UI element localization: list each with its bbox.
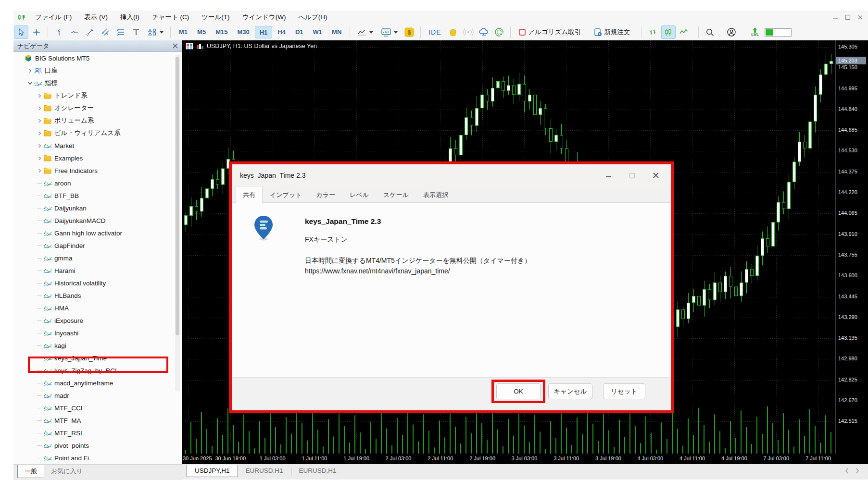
cancel-button[interactable]: キャンセル [548,383,592,399]
ok-button[interactable]: OK [496,383,541,399]
dialog-tab-2[interactable]: カラー [309,187,343,203]
dialog-tab-0[interactable]: 共有 [236,186,263,203]
price-axis[interactable]: 145.305145.150144.995144.840144.685144.5… [835,40,868,454]
dialog-tab-3[interactable]: レベル [342,187,376,203]
expander-right-icon[interactable] [36,169,43,173]
channel-tool-button[interactable] [98,25,113,39]
expander-right-icon[interactable] [36,106,43,111]
tree-item--[interactable]: ビル・ウィリアムス系 [13,127,182,139]
tree-item-mtf-cci[interactable]: MTF_CCI [13,402,182,414]
time-axis[interactable]: 30 Jun 202530 Jun 19:001 Jul 03:001 Jul … [182,454,835,464]
expander-right-icon[interactable] [36,144,43,148]
dialog-close-button[interactable] [653,172,659,179]
window-close-button[interactable] [857,14,863,20]
tree-item-examples[interactable]: Examples [13,152,182,164]
tree-item--[interactable]: トレンド系 [13,89,182,102]
dialog-maximize-button[interactable] [629,172,635,179]
expander-right-icon[interactable] [36,94,43,98]
tree-item-pivot-points[interactable]: pivot_points [13,439,182,452]
shapes-tool-button[interactable] [144,25,166,39]
menu-item-5[interactable]: ウインドウ(W) [236,11,292,24]
dialog-minimize-button[interactable] [605,172,612,179]
tree-item-keys-zigzag-by-rci[interactable]: keys_ZigZag_by_RCI [13,364,182,377]
horizontal-line-tool-button[interactable] [67,25,82,39]
window-minimize-button[interactable] [832,14,838,20]
timeframe-m1-button[interactable]: M1 [175,26,192,37]
timeframe-m5-button[interactable]: M5 [193,26,210,37]
navigator-tab-0[interactable]: 一般 [17,465,44,478]
tree-item--[interactable]: オシレーター [13,102,182,114]
chart-tab-1[interactable]: EURUSD,H1 [238,465,291,477]
tree-item-free-indicators[interactable]: Free Indicators [13,164,182,177]
vertical-line-tool-button[interactable] [52,25,66,39]
tree-item-keys-japan-time[interactable]: keys_Japan_Time [13,352,182,364]
navigator-tab-1[interactable]: お気に入り [44,465,89,478]
tree-item-kagi[interactable]: kagi [13,339,182,352]
depth-of-market-icon[interactable] [186,43,193,49]
expander-right-icon[interactable] [26,69,34,73]
timeframe-mn-button[interactable]: MN [327,26,346,37]
dialog-tab-5[interactable]: 表示選択 [416,187,455,203]
cursor-tool-button[interactable] [14,25,28,39]
menu-item-0[interactable]: ファイル (F) [29,11,78,24]
tree-item-gann-high-low-activator[interactable]: Gann high low activator [13,227,182,239]
menu-item-6[interactable]: ヘルプ(H) [292,11,333,24]
reset-button[interactable]: リセット [603,383,645,399]
deposit-button[interactable]: $ [402,25,416,39]
tree-item-daijyunkan[interactable]: Daijyunkan [13,202,182,214]
dialog-tab-1[interactable]: インプット [263,187,309,203]
dialog-titlebar[interactable]: keys_Japan_Time 2.3 [232,164,671,186]
expander-right-icon[interactable] [36,119,43,123]
timeframe-m15-button[interactable]: M15 [211,26,232,37]
tree-item-gapfinder[interactable]: GapFinder [13,239,182,252]
tree-item--[interactable]: ボリューム系 [13,114,182,127]
algo-trading-button[interactable]: アルゴリズム取引 [515,25,588,39]
tree-item-mtf-rsi[interactable]: MTF_RSI [13,427,182,439]
trendline-tool-button[interactable] [83,25,97,39]
cloud-icon[interactable] [477,25,491,39]
tree-item-point-and-fi[interactable]: Point and Fi [13,452,182,464]
tree-item-mtf-ma[interactable]: MTF_MA [13,414,182,427]
menu-item-1[interactable]: 表示 (V) [78,11,114,24]
chart-tab-0[interactable]: USDJPY,H1 [187,465,238,477]
indicators-button[interactable] [377,25,401,39]
crosshair-tool-button[interactable] [29,25,44,39]
menu-item-3[interactable]: チャート (C) [146,11,195,24]
tree-item-hlbands[interactable]: HLBands [13,289,182,302]
dialog-tab-4[interactable]: スケール [376,187,416,203]
chart-type-button[interactable] [354,25,376,39]
bar-chart-mode-button[interactable] [646,25,660,39]
community-icon[interactable] [492,25,506,39]
tree-item-market[interactable]: Market [13,139,182,152]
tree-item-inyoashi[interactable]: Inyoashi [13,327,182,339]
chart-tab-scroll-arrows[interactable] [845,468,859,474]
tree-item-iexposure[interactable]: iExposure [13,314,182,327]
tree-item-madr[interactable]: madr [13,389,182,402]
window-maximize-button[interactable] [845,14,851,20]
new-order-button[interactable]: 新規注文 [589,25,638,39]
expander-right-icon[interactable] [36,156,43,160]
timeframe-h4-button[interactable]: H4 [273,26,290,37]
text-tool-button[interactable] [129,25,143,39]
expander-down-icon[interactable] [26,81,34,86]
tree-item-big-solutions-mt5[interactable]: BIG Solutions MT5 [13,52,182,64]
chart-tab-2[interactable]: EURUSD,H1 [291,465,344,477]
tree-item-historical-volatility[interactable]: Historical volatility [13,277,182,289]
tree-item-gmma[interactable]: gmma [13,252,182,264]
indicator-link[interactable]: https://www.fxnav.net/mt4navi/fxnav_japa… [305,267,450,275]
candlestick-mode-button[interactable] [661,25,676,39]
market-button[interactable] [446,25,460,39]
timeframe-d1-button[interactable]: D1 [291,26,308,37]
tree-item--[interactable]: 指標 [13,77,182,89]
quotes-icon[interactable] [196,43,204,49]
tree-item--[interactable]: 口座 [13,64,182,77]
ide-button[interactable]: IDE [425,25,445,39]
connection-level-icon[interactable]: LVL [748,25,762,39]
tree-item-macd-anytimeframe[interactable]: macd_anytimeframe [13,377,182,389]
tree-item-hma[interactable]: HMA [13,302,182,314]
tree-item-daijyunkanmacd[interactable]: DaijyunkanMACD [13,214,182,227]
timeframe-w1-button[interactable]: W1 [309,26,327,37]
fibonacci-tool-button[interactable] [113,25,128,39]
search-icon[interactable] [703,25,717,39]
menu-item-4[interactable]: ツール(T) [195,11,236,24]
